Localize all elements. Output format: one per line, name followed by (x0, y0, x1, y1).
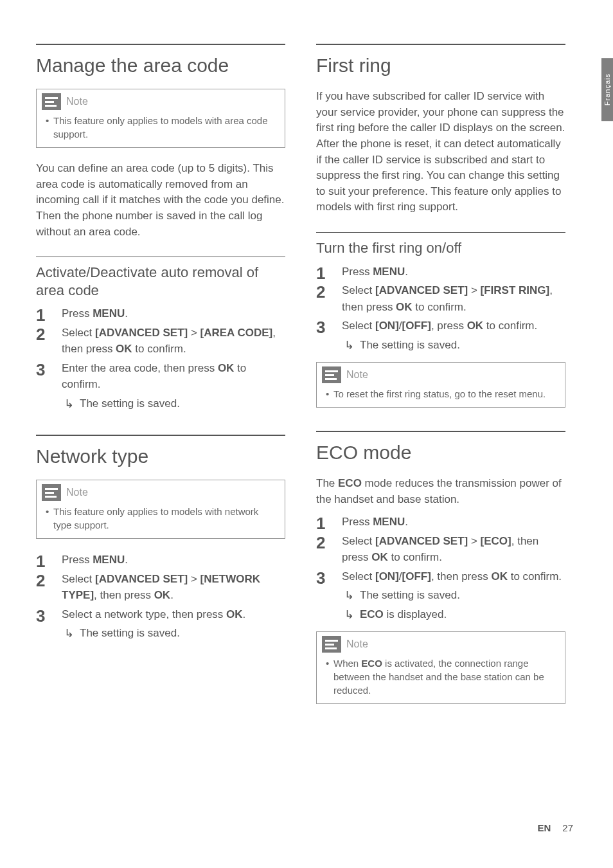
note-header: Note (317, 363, 565, 383)
section-manage-area-code: Manage the area code Note This feature o… (36, 44, 285, 411)
page-footer: EN27 (537, 822, 573, 833)
subheading-activate-deactivate: Activate/Deactivate auto removal of area… (36, 264, 285, 299)
note-icon (42, 93, 61, 110)
step-2: Select [ADVANCED SET] > [FIRST RING], th… (316, 282, 565, 315)
step-3: Select [ON]/[OFF], then press OK to conf… (316, 568, 565, 623)
step-result: The setting is saved. (342, 587, 565, 604)
note-item: When ECO is activated, the connection ra… (333, 656, 556, 697)
section-eco-mode: ECO mode The ECO mode reduces the transm… (316, 431, 565, 704)
steps-list: Press MENU. Select [ADVANCED SET] > [NET… (36, 552, 285, 642)
body-text: The ECO mode reduces the transmission po… (316, 476, 565, 507)
subsection-rule (36, 257, 285, 257)
section-network-type: Network type Note This feature only appl… (36, 435, 285, 642)
content-columns: Manage the area code Note This feature o… (36, 44, 577, 727)
note-icon (322, 636, 341, 653)
body-text: You can define an area code (up to 5 dig… (36, 161, 285, 240)
footer-lang: EN (537, 822, 551, 833)
section-rule (316, 431, 565, 432)
note-label: Note (346, 638, 368, 650)
step-1: Press MENU. (316, 264, 565, 280)
note-item: This feature only applies to models with… (53, 505, 276, 532)
body-text: If you have subscribed for caller ID ser… (316, 89, 565, 215)
note-box: Note This feature only applies to models… (36, 89, 285, 148)
step-2: Select [ADVANCED SET] > [AREA CODE], the… (36, 325, 285, 357)
step-3: Select a network type, then press OK. Th… (36, 606, 285, 642)
heading-manage-area-code: Manage the area code (36, 54, 285, 77)
note-label: Note (346, 369, 368, 381)
note-label: Note (66, 487, 88, 498)
steps-list: Press MENU. Select [ADVANCED SET] > [ARE… (36, 305, 285, 411)
note-item: This feature only applies to models with… (53, 114, 276, 141)
heading-network-type: Network type (36, 445, 285, 468)
step-2: Select [ADVANCED SET] > [NETWORK TYPE], … (36, 571, 285, 604)
right-column: First ring If you have subscribed for ca… (316, 44, 565, 727)
left-column: Manage the area code Note This feature o… (36, 44, 285, 727)
section-rule (316, 44, 565, 45)
step-1: Press MENU. (36, 552, 285, 568)
step-1: Press MENU. (36, 305, 285, 322)
heading-first-ring: First ring (316, 54, 565, 77)
step-2: Select [ADVANCED SET] > [ECO], then pres… (316, 533, 565, 566)
note-header: Note (317, 632, 565, 653)
step-result: ECO is displayed. (342, 606, 565, 623)
note-icon (322, 366, 341, 383)
note-item: To reset the first ring status, go to th… (333, 387, 556, 401)
section-first-ring: First ring If you have subscribed for ca… (316, 44, 565, 408)
step-result: The setting is saved. (62, 625, 285, 642)
footer-page-number: 27 (562, 822, 573, 833)
subheading-turn-first-ring: Turn the first ring on/off (316, 239, 565, 257)
note-box: Note To reset the first ring status, go … (316, 362, 565, 408)
note-label: Note (66, 96, 88, 107)
note-icon (42, 484, 61, 501)
section-rule (36, 435, 285, 436)
step-3: Select [ON]/[OFF], press OK to confirm. … (316, 318, 565, 353)
step-result: The setting is saved. (342, 337, 565, 354)
section-rule (36, 44, 285, 45)
note-box: Note This feature only applies to models… (36, 480, 285, 539)
note-header: Note (37, 480, 285, 501)
subsection-rule (316, 232, 565, 233)
note-header: Note (37, 89, 285, 110)
note-box: Note When ECO is activated, the connecti… (316, 631, 565, 704)
heading-eco-mode: ECO mode (316, 441, 565, 464)
step-1: Press MENU. (316, 514, 565, 530)
steps-list: Press MENU. Select [ADVANCED SET] > [FIR… (316, 264, 565, 354)
page: Français Manage the area code Note This … (0, 0, 613, 868)
steps-list: Press MENU. Select [ADVANCED SET] > [ECO… (316, 514, 565, 622)
step-3: Enter the area code, then press OK to co… (36, 360, 285, 412)
step-result: The setting is saved. (62, 395, 285, 412)
language-tab: Français (601, 58, 613, 121)
